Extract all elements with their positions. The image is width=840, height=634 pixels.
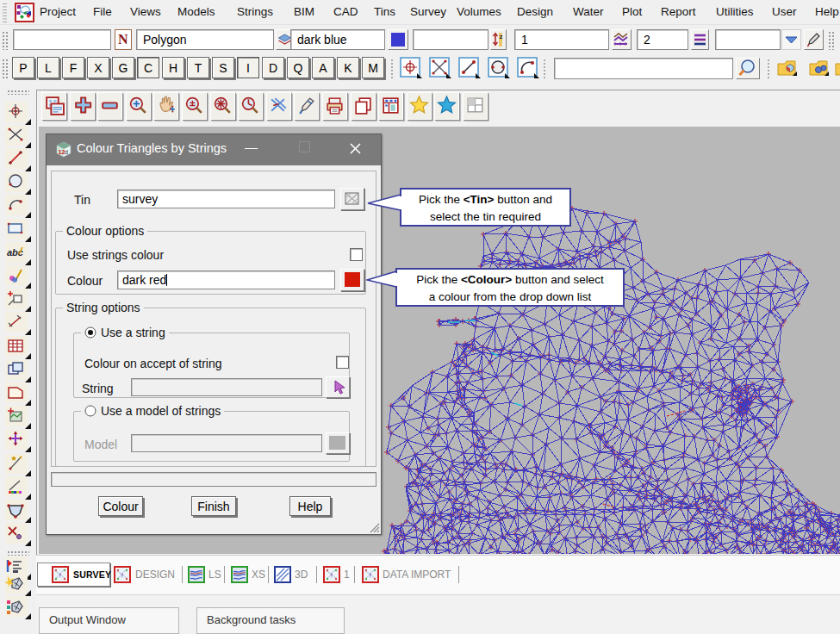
svg-text:abc: abc xyxy=(7,247,23,258)
svg-text:d: d xyxy=(65,149,68,155)
svg-text:z: z xyxy=(500,33,503,40)
